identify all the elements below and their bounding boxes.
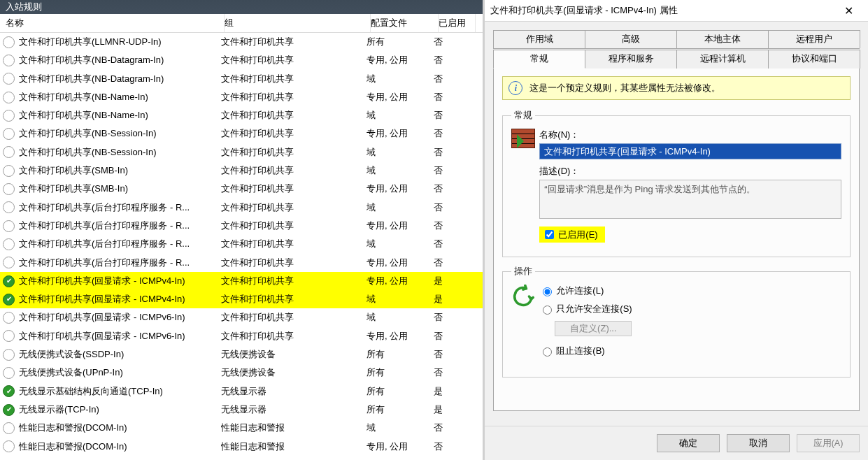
tab-远程用户[interactable]: 远程用户: [768, 30, 860, 48]
rule-profile: 域: [367, 419, 434, 437]
rule-enabled: 是: [434, 290, 470, 308]
fieldset-action: 操作: [502, 266, 851, 378]
rule-name: 文件和打印机共享(回显请求 - ICMPv6-In): [19, 327, 185, 345]
table-row[interactable]: 文件和打印机共享(SMB-In)文件和打印机共享专用, 公用否: [0, 180, 483, 198]
rule-profile: 域: [367, 235, 434, 253]
table-row[interactable]: 文件和打印机共享(NB-Datagram-In)文件和打印机共享域否: [0, 70, 483, 88]
radio-block-row[interactable]: 阻止连接(B): [539, 345, 841, 357]
table-row[interactable]: 文件和打印机共享(NB-Name-In)文件和打印机共享专用, 公用否: [0, 88, 483, 106]
disabled-icon: [3, 183, 15, 195]
disabled-icon: [3, 36, 15, 48]
rule-enabled: 否: [434, 308, 470, 326]
firewall-icon: [511, 129, 535, 152]
tabs: 作用域高级本地主体远程用户 常规程序和服务远程计算机协议和端口 i 这是一个预定…: [493, 30, 860, 411]
rule-profile: 专用, 公用: [367, 51, 434, 69]
enabled-icon: ✔: [3, 385, 15, 397]
table-row[interactable]: 文件和打印机共享(回显请求 - ICMPv6-In)文件和打印机共享域否: [0, 308, 483, 326]
tab-常规[interactable]: 常规: [493, 50, 585, 69]
table-row[interactable]: 文件和打印机共享(NB-Datagram-In)文件和打印机共享专用, 公用否: [0, 51, 483, 69]
disabled-icon: [3, 55, 15, 66]
table-row[interactable]: 性能日志和警报(DCOM-In)性能日志和警报域否: [0, 419, 483, 437]
table-row[interactable]: 文件和打印机共享(回显请求 - ICMPv6-In)文件和打印机共享专用, 公用…: [0, 327, 483, 345]
radio-block-label: 阻止连接(B): [556, 345, 604, 357]
rule-name: 文件和打印机共享(NB-Session-In): [19, 143, 156, 161]
table-row[interactable]: 文件和打印机共享(后台打印程序服务 - R...文件和打印机共享专用, 公用否: [0, 254, 483, 272]
rule-name: 文件和打印机共享(NB-Name-In): [19, 88, 148, 106]
rule-profile: 所有: [367, 382, 434, 401]
disabled-icon: [3, 440, 15, 452]
tab-程序和服务[interactable]: 程序和服务: [585, 50, 677, 69]
disabled-icon: [3, 146, 15, 158]
radio-allow-row[interactable]: 允许连接(L): [539, 285, 841, 297]
pane-title: 入站规则: [0, 0, 483, 14]
rule-name: 文件和打印机共享(NB-Session-In): [19, 124, 156, 143]
rule-enabled: 否: [434, 419, 470, 437]
table-row[interactable]: 无线便携式设备(UPnP-In)无线便携设备所有否: [0, 364, 483, 382]
rule-list[interactable]: 文件和打印机共享(LLMNR-UDP-In)文件和打印机共享所有否文件和打印机共…: [0, 33, 483, 460]
tab-协议和端口[interactable]: 协议和端口: [768, 50, 860, 69]
table-row[interactable]: ✔无线显示基础结构反向通道(TCP-In)无线显示器所有是: [0, 382, 483, 401]
enabled-label: 已启用(E): [558, 229, 597, 241]
table-row[interactable]: ✔文件和打印机共享(回显请求 - ICMPv4-In)文件和打印机共享域是: [0, 290, 483, 308]
enabled-checkbox-wrap[interactable]: 已启用(E): [539, 227, 604, 243]
rule-name: 文件和打印机共享(NB-Datagram-In): [19, 70, 164, 88]
close-icon[interactable]: ✕: [834, 4, 862, 17]
rule-group: 性能日志和警报: [221, 438, 367, 456]
enabled-checkbox[interactable]: [545, 230, 554, 239]
tab-远程计算机[interactable]: 远程计算机: [676, 50, 769, 69]
disabled-icon: [3, 92, 15, 103]
col-header-name[interactable]: 名称: [0, 14, 225, 32]
table-row[interactable]: 文件和打印机共享(NB-Session-In)文件和打印机共享域否: [0, 143, 483, 161]
recycle-icon: [511, 285, 535, 308]
predefined-rule-info: i 这是一个预定义规则，其某些属性无法被修改。: [502, 76, 851, 100]
col-header-group[interactable]: 组: [225, 14, 371, 32]
rule-group: 文件和打印机共享: [221, 106, 367, 124]
rule-group: 文件和打印机共享: [221, 290, 367, 308]
rule-enabled: 否: [434, 364, 470, 382]
col-header-profile[interactable]: 配置文件: [371, 14, 439, 32]
radio-allow[interactable]: [543, 287, 552, 296]
rules-list-pane: 入站规则 名称 组 配置文件 已启用 文件和打印机共享(LLMNR-UDP-In…: [0, 0, 484, 460]
rule-group: 性能日志和警报: [221, 419, 367, 437]
rule-group: 文件和打印机共享: [221, 124, 367, 143]
table-row[interactable]: 文件和打印机共享(NB-Name-In)文件和打印机共享域否: [0, 106, 483, 124]
info-icon: i: [508, 81, 522, 95]
tab-高级[interactable]: 高级: [585, 30, 677, 48]
table-row[interactable]: 文件和打印机共享(SMB-In)文件和打印机共享域否: [0, 161, 483, 180]
rule-profile: 域: [367, 161, 434, 180]
table-row[interactable]: 文件和打印机共享(后台打印程序服务 - R...文件和打印机共享域否: [0, 199, 483, 217]
table-row[interactable]: 文件和打印机共享(LLMNR-UDP-In)文件和打印机共享所有否: [0, 33, 483, 51]
radio-secure[interactable]: [543, 306, 552, 315]
rule-profile: 域: [367, 106, 434, 124]
table-row[interactable]: 文件和打印机共享(后台打印程序服务 - R...文件和打印机共享域否: [0, 235, 483, 253]
radio-block[interactable]: [543, 347, 552, 357]
rule-enabled: 否: [434, 106, 470, 124]
ok-button[interactable]: 确定: [657, 434, 720, 452]
table-row[interactable]: ✔无线显示器(TCP-In)无线显示器所有是: [0, 401, 483, 419]
enabled-icon: ✔: [3, 294, 15, 306]
disabled-icon: [3, 73, 15, 85]
rule-name: 文件和打印机共享(后台打印程序服务 - R...: [19, 199, 190, 217]
table-row[interactable]: ✔文件和打印机共享(回显请求 - ICMPv4-In)文件和打印机共享专用, 公…: [0, 272, 483, 290]
customize-button: 自定义(Z)...: [555, 321, 632, 336]
table-row[interactable]: 文件和打印机共享(后台打印程序服务 - R...文件和打印机共享专用, 公用否: [0, 217, 483, 235]
description-textarea[interactable]: [539, 180, 841, 219]
rule-profile: 域: [367, 290, 434, 308]
cancel-button[interactable]: 取消: [727, 434, 790, 452]
tab-本地主体[interactable]: 本地主体: [676, 30, 769, 48]
col-header-enabled[interactable]: 已启用: [439, 14, 476, 32]
name-input[interactable]: [539, 143, 841, 159]
rule-group: 无线显示器: [221, 382, 367, 401]
legend-action: 操作: [511, 266, 535, 278]
rule-profile: 所有: [367, 364, 434, 382]
rule-group: 文件和打印机共享: [221, 70, 367, 88]
rule-group: 文件和打印机共享: [221, 33, 367, 51]
table-row[interactable]: 文件和打印机共享(NB-Session-In)文件和打印机共享专用, 公用否: [0, 124, 483, 143]
radio-secure-row[interactable]: 只允许安全连接(S): [539, 303, 841, 315]
rule-name: 文件和打印机共享(SMB-In): [19, 161, 128, 180]
table-row[interactable]: 无线便携式设备(SSDP-In)无线便携设备所有否: [0, 345, 483, 364]
table-row[interactable]: 性能日志和警报(DCOM-In)性能日志和警报专用, 公用否: [0, 438, 483, 456]
rule-group: 文件和打印机共享: [221, 88, 367, 106]
tab-作用域[interactable]: 作用域: [493, 30, 585, 48]
tabs-row-top: 作用域高级本地主体远程用户: [493, 30, 860, 49]
